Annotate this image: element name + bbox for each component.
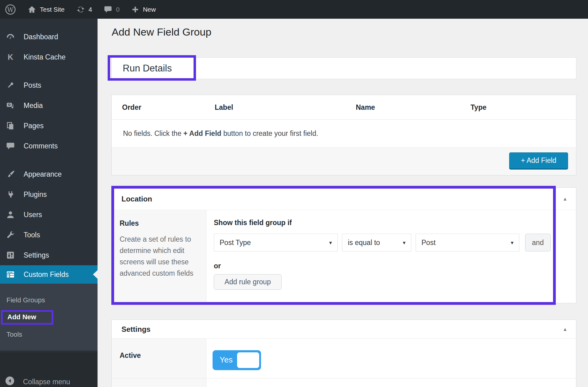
location-rule-row: Post Type ▼ is equal to ▼ Post ▼ and [214,234,569,251]
rule-value-select[interactable]: Post ▼ [416,234,519,251]
updates-menu[interactable]: 4 [76,5,92,14]
wordpress-logo-icon[interactable]: W [5,4,16,15]
submenu-item-label: Add New [7,313,36,321]
active-toggle-value: Yes [220,350,233,370]
location-rules-editor: Show this field group if Post Type ▼ is … [206,210,576,303]
or-label: or [214,262,569,270]
settings-next-row [112,378,576,387]
updates-count: 4 [89,6,92,13]
admin-menu: Dashboard K Kinsta Cache [0,19,98,351]
sidebar-footer: Collapse menu [0,352,98,387]
submenu-item-label: Tools [6,331,22,339]
main-content: Add New Field Group Run Details Order La… [98,19,588,387]
media-icon [5,101,16,110]
show-field-group-if-label: Show this field group if [214,219,569,227]
location-panel-body: Rules Create a set of rules to determine… [112,210,576,303]
home-icon [28,5,36,14]
rules-description: Create a set of rules to determine which… [120,234,198,279]
sidebar-item-label: Settings [24,251,49,259]
user-icon [5,210,16,219]
add-field-button[interactable]: + Add Field [509,152,568,170]
settings-panel: Settings ▲ Active Yes [111,320,576,387]
collapse-panel-icon[interactable]: ▲ [563,320,567,339]
sidebar-item-pages[interactable]: Pages [0,116,98,136]
sidebar-item-acf-tools[interactable]: Tools [0,326,98,343]
svg-text:K: K [8,53,13,61]
paintbrush-icon [5,170,16,179]
kinsta-icon: K [5,52,16,62]
fields-panel: Order Label Name Type No fields. Click t… [111,95,576,175]
location-panel-header: Location ▲ [112,188,576,210]
pushpin-icon [5,81,16,90]
active-toggle[interactable]: Yes [213,350,261,370]
chevron-down-icon: ▼ [510,240,514,245]
menu-separator [0,156,98,164]
collapse-panel-icon[interactable]: ▲ [563,188,567,210]
site-name: Test Site [40,6,65,13]
no-fields-message: No fields. Click the + Add Field button … [112,120,576,148]
sidebar-item-kinsta-cache[interactable]: K Kinsta Cache [0,47,98,67]
sidebar-item-appearance[interactable]: Appearance [0,164,98,184]
page-title: Add New Field Group [112,26,211,38]
sidebar-item-label: Comments [24,142,58,150]
sidebar-item-label: Appearance [24,170,62,178]
comments-count: 0 [116,6,120,13]
sidebar-item-tools[interactable]: Tools [0,225,98,245]
column-header-label: Label [215,95,233,120]
sidebar-item-label: Custom Fields [24,270,69,279]
site-name-menu[interactable]: Test Site [28,5,65,14]
column-header-order: Order [122,95,141,120]
chevron-down-icon: ▼ [402,240,406,245]
new-content-menu[interactable]: New [131,6,156,13]
and-rule-button[interactable]: and [525,234,551,251]
sidebar-item-label: Media [24,102,43,110]
collapse-menu-button[interactable]: Collapse menu [0,376,98,387]
settings-panel-header: Settings ▲ [112,320,576,339]
no-fields-text-suffix: button to create your first field. [221,129,318,138]
sidebar-item-dashboard[interactable]: Dashboard [0,27,98,47]
comment-bubble-icon [104,5,112,14]
sidebar-item-label: Pages [24,122,44,130]
no-fields-text-prefix: No fields. Click the [123,129,183,138]
sidebar-item-settings[interactable]: Settings [0,245,98,265]
updates-icon [76,5,85,14]
sidebar-item-media[interactable]: Media [0,95,98,116]
toggle-knob [237,352,259,368]
sidebar-item-add-new[interactable]: Add New [0,309,98,326]
custom-fields-icon [5,270,16,279]
rule-operator-select[interactable]: is equal to ▼ [342,234,411,251]
sidebar-item-posts[interactable]: Posts [0,75,98,95]
rule-param-select[interactable]: Post Type ▼ [214,234,338,251]
sidebar-item-custom-fields[interactable]: Custom Fields [0,265,98,284]
admin-bar: W Test Site 4 0 New [0,0,588,19]
menu-separator [0,67,98,75]
settings-sliders-icon [5,251,16,260]
sidebar-item-label: Tools [24,231,40,239]
sidebar-item-plugins[interactable]: Plugins [0,184,98,205]
annotation-box-add-new: Add New [1,310,53,325]
field-group-title-input[interactable]: Run Details [111,57,576,79]
sidebar-item-label: Users [24,211,42,219]
collapse-menu-label: Collapse menu [23,378,70,386]
sidebar-item-users[interactable]: Users [0,205,98,225]
active-label: Active [112,339,206,378]
settings-next-row-label-cell [112,378,206,387]
chevron-down-icon: ▼ [328,240,333,245]
sidebar-item-field-groups[interactable]: Field Groups [0,292,98,309]
column-header-type: Type [471,95,486,120]
add-rule-group-button[interactable]: Add rule group [214,274,282,290]
comments-menu[interactable]: 0 [104,5,120,14]
sidebar-item-comments[interactable]: Comments [0,136,98,156]
pages-icon [5,121,16,130]
active-field-cell: Yes [206,339,576,378]
fields-table-header: Order Label Name Type [112,95,576,120]
location-panel: Location ▲ Rules Create a set of rules t… [111,187,576,303]
field-group-title-value: Run Details [123,63,172,74]
admin-sidebar: Dashboard K Kinsta Cache [0,19,98,387]
sidebar-item-label: Posts [24,81,41,90]
settings-active-row: Active Yes [112,339,576,378]
new-label: New [143,6,156,13]
rule-value-value: Post [421,239,436,247]
custom-fields-submenu: Field Groups Add New Tools [0,284,98,351]
collapse-arrow-icon [5,376,15,387]
